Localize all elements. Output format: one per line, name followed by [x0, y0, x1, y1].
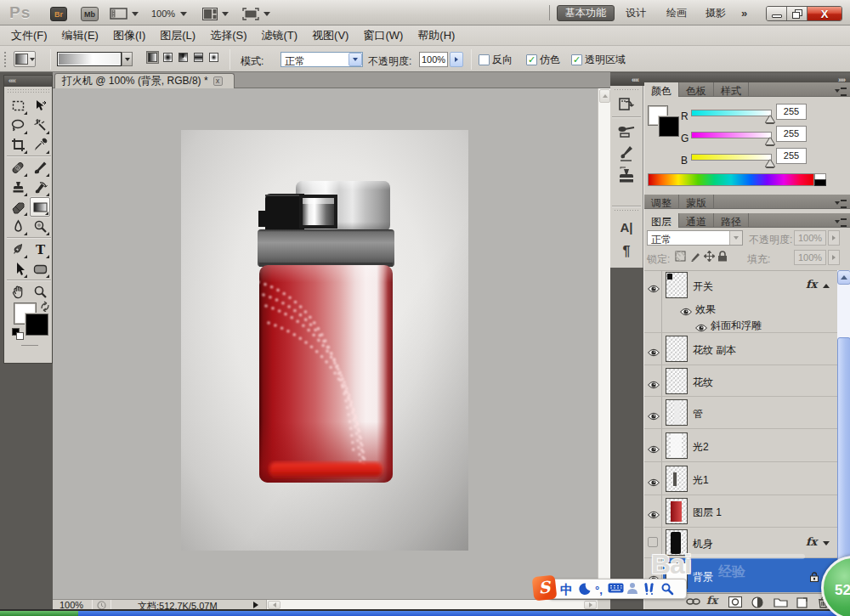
lock-position-icon[interactable]: [704, 251, 715, 262]
eye-icon[interactable]: [648, 377, 660, 386]
layer-name[interactable]: 开关: [693, 280, 713, 294]
collapse-panels-icon[interactable]: ««: [632, 76, 638, 84]
layer-effect-row[interactable]: 效果: [644, 300, 837, 316]
green-slider-knob[interactable]: [766, 138, 774, 144]
layer-name[interactable]: 管: [693, 407, 703, 421]
layer-name[interactable]: 背景: [693, 570, 713, 585]
screen-mode-dropdown-icon[interactable]: [264, 12, 270, 16]
eye-icon[interactable]: [648, 281, 660, 290]
layer-style-icon[interactable]: fx: [706, 594, 717, 607]
adjustment-layer-icon[interactable]: [751, 596, 763, 608]
ime-logo[interactable]: S: [532, 575, 558, 602]
layer-thumbnail[interactable]: [666, 498, 688, 524]
layer-row[interactable]: 光2: [644, 429, 837, 462]
spectrum-black-swatch[interactable]: [814, 179, 826, 186]
panel-menu-icon[interactable]: [835, 199, 847, 206]
zoom-tool[interactable]: [30, 282, 50, 302]
background-color-swatch[interactable]: [26, 314, 48, 336]
gradient-preview[interactable]: [57, 52, 122, 66]
brush-tool[interactable]: [30, 158, 50, 178]
eye-icon[interactable]: [695, 320, 707, 329]
pen-tool[interactable]: [8, 240, 28, 259]
workspace-design[interactable]: 设计: [626, 5, 646, 21]
tool-preset-picker[interactable]: [14, 51, 36, 67]
new-group-icon[interactable]: [774, 596, 788, 608]
layer-blend-mode-select[interactable]: 正常: [647, 230, 743, 246]
layer-opacity-spinner[interactable]: [828, 230, 840, 246]
ime-tools-icon[interactable]: [660, 582, 674, 597]
arrange-documents-dropdown-icon[interactable]: [222, 12, 229, 16]
reverse-checkbox[interactable]: 反向: [479, 53, 513, 67]
zoom-dropdown-icon[interactable]: [180, 12, 187, 16]
eye-icon[interactable]: [648, 345, 660, 353]
opacity-spinner-button[interactable]: [450, 52, 463, 67]
tab-masks[interactable]: 蒙版: [679, 195, 714, 209]
blue-slider-knob[interactable]: [766, 160, 774, 167]
eye-icon[interactable]: [648, 442, 660, 450]
path-select-tool[interactable]: [8, 259, 28, 279]
workspace-paint[interactable]: 绘画: [666, 5, 687, 21]
scroll-right-icon[interactable]: [584, 601, 597, 609]
ime-fullwidth-moon-icon[interactable]: [578, 582, 592, 597]
link-layers-icon[interactable]: [686, 596, 701, 607]
arrange-documents-icon[interactable]: [202, 8, 218, 20]
layer-fx-badge[interactable]: fx: [806, 535, 817, 548]
character-panel-icon[interactable]: A|: [616, 218, 637, 236]
workspace-essentials[interactable]: 基本功能: [557, 5, 615, 21]
tab-layers[interactable]: 图层: [644, 213, 679, 228]
layer-thumbnail[interactable]: [666, 432, 688, 459]
menu-view[interactable]: 视图(V): [308, 26, 353, 45]
magic-wand-tool[interactable]: [30, 116, 50, 135]
clone-source-panel-icon[interactable]: [616, 167, 637, 185]
minibridge-button[interactable]: Mb: [81, 7, 99, 21]
swap-colors-icon[interactable]: [39, 301, 51, 312]
red-slider-track[interactable]: [691, 110, 772, 116]
menu-select[interactable]: 选择(S): [206, 26, 251, 45]
dither-checkbox[interactable]: ✓ 仿色: [526, 53, 560, 67]
panel-menu-icon[interactable]: [835, 218, 847, 225]
titlebar-zoom-level[interactable]: 100%: [151, 8, 175, 19]
menu-filter[interactable]: 滤镜(T): [257, 26, 302, 45]
visibility-well[interactable]: [644, 429, 662, 461]
ime-skin-icon[interactable]: [643, 582, 655, 597]
visibility-well[interactable]: [644, 462, 662, 494]
blur-tool[interactable]: [8, 217, 28, 236]
workspace-photography[interactable]: 摄影: [706, 5, 726, 21]
layer-row[interactable]: 花纹 副本: [644, 333, 837, 365]
layer-name[interactable]: 花纹: [693, 376, 713, 390]
visibility-well[interactable]: [644, 397, 662, 428]
dodge-tool[interactable]: [30, 217, 50, 236]
layer-name[interactable]: 花纹 副本: [693, 343, 736, 358]
fx-collapse-icon[interactable]: [823, 541, 830, 545]
visibility-well[interactable]: [644, 271, 662, 300]
gradient-tool[interactable]: [30, 197, 50, 217]
layer-row[interactable]: 开关fx: [644, 271, 837, 300]
tool-palette-header[interactable]: ««: [4, 76, 52, 87]
reflected-gradient-button[interactable]: [192, 51, 205, 64]
tab-swatches[interactable]: 色板: [679, 82, 714, 97]
menu-image[interactable]: 图像(I): [109, 26, 150, 45]
screen-mode-icon[interactable]: [242, 8, 259, 20]
visibility-well[interactable]: [644, 333, 662, 365]
layer-row[interactable]: 光1: [644, 462, 837, 495]
hand-tool[interactable]: [8, 282, 28, 302]
status-menu-arrow-icon[interactable]: [253, 602, 258, 608]
restore-button[interactable]: [787, 7, 808, 20]
tab-adjustments[interactable]: 调整: [644, 195, 679, 209]
ime-user-icon[interactable]: [626, 582, 638, 597]
menu-file[interactable]: 文件(F): [7, 26, 52, 45]
launch-bridge-icon[interactable]: [110, 8, 128, 20]
lock-all-icon[interactable]: [717, 251, 728, 262]
effect-name[interactable]: 斜面和浮雕: [711, 319, 762, 333]
layer-name[interactable]: 光1: [693, 473, 709, 488]
red-slider-knob[interactable]: [766, 116, 774, 122]
eye-icon[interactable]: [648, 507, 660, 516]
tab-color[interactable]: 颜色: [644, 82, 679, 97]
blue-value-input[interactable]: 255: [776, 148, 807, 164]
blend-mode-select[interactable]: 正常: [280, 52, 363, 67]
layer-row[interactable]: 图层 1: [644, 495, 837, 528]
scroll-up-icon[interactable]: [599, 89, 610, 103]
ime-keyboard-icon[interactable]: [608, 582, 624, 597]
green-value-input[interactable]: 255: [776, 126, 807, 142]
layer-fill-input[interactable]: 100%: [794, 250, 826, 265]
